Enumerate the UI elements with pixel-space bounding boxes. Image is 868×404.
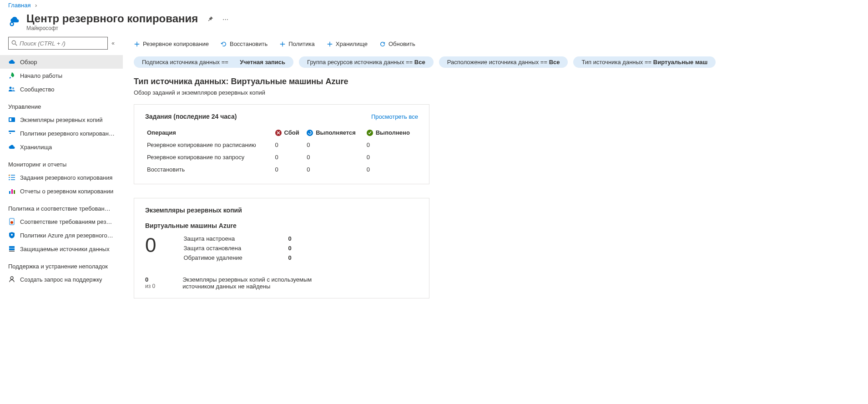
- sidebar-item-support-request[interactable]: Создать запрос на поддержку: [0, 273, 123, 286]
- svg-rect-17: [9, 246, 15, 248]
- policy-button[interactable]: Политика: [279, 40, 315, 47]
- sidebar-item-label: Политики Azure для резервного к…: [20, 232, 115, 239]
- instances-empty-message: Экземпляры резервных копий с используемы…: [182, 276, 328, 290]
- breadcrumb-home[interactable]: Главная: [8, 2, 30, 9]
- instances-card-subtitle: Виртуальные машины Azure: [145, 222, 418, 229]
- svg-point-20: [10, 277, 13, 279]
- filter-resource-group[interactable]: Группа ресурсов источника данных == Все: [299, 56, 434, 68]
- chevron-right-icon: ›: [35, 2, 37, 9]
- bar-chart-icon: [8, 187, 15, 195]
- people-icon: [8, 86, 15, 93]
- kv-row: Защита остановлена0: [183, 243, 291, 253]
- sidebar-section-policy: Политика и соответствие требован…: [0, 198, 123, 215]
- instances-found-count: 0 из 0: [145, 276, 155, 289]
- jobs-table: Операция Сбой Выполняется Выполнено Резе…: [145, 126, 418, 176]
- sidebar-item-backup-reports[interactable]: Отчеты о резервном копировании: [0, 184, 123, 198]
- sidebar-section-support: Поддержка и устранение неполадок: [0, 256, 123, 273]
- sidebar-section-monitoring: Мониторинг и отчеты: [0, 154, 123, 171]
- plus-icon: [134, 41, 140, 47]
- jobs-card: Задания (последние 24 часа) Просмотреть …: [134, 104, 429, 184]
- restore-button[interactable]: Восстановить: [221, 40, 267, 47]
- col-completed: Выполнено: [376, 129, 410, 136]
- svg-line-3: [15, 44, 17, 46]
- sidebar: « Обзор Начало работы Сообщество Управле…: [0, 37, 123, 330]
- undo-icon: [221, 41, 227, 47]
- cloud-icon: [8, 58, 15, 66]
- sidebar-item-label: Начало работы: [20, 72, 62, 79]
- sidebar-item-label: Отчеты о резервном копировании: [20, 188, 113, 195]
- more-icon[interactable]: ⋯: [222, 16, 228, 24]
- svg-point-15: [10, 221, 13, 224]
- svg-rect-9: [9, 132, 15, 136]
- table-row: Резервное копирование по запросу000: [145, 151, 418, 163]
- sidebar-item-label: Экземпляры резервных копий: [20, 116, 103, 123]
- vault-button[interactable]: Хранилище: [327, 40, 368, 47]
- failed-icon: [275, 130, 282, 136]
- view-all-jobs-link[interactable]: Просмотреть все: [371, 113, 418, 120]
- filter-location[interactable]: Расположение источника данных == Все: [439, 56, 568, 68]
- sidebar-item-label: Политики резервного копирования: [20, 130, 115, 137]
- shield-icon: [8, 218, 15, 225]
- filter-subscription[interactable]: Подписка источника данных == Учетная зап…: [134, 56, 293, 68]
- svg-point-2: [12, 40, 15, 44]
- sidebar-item-label: Хранилища: [20, 144, 52, 151]
- sidebar-item-protectable-datasources[interactable]: Защищаемые источники данных: [0, 242, 123, 256]
- instances-total: 0: [145, 234, 156, 257]
- sidebar-item-overview[interactable]: Обзор: [0, 55, 123, 69]
- jobs-card-title: Задания (последние 24 часа): [145, 113, 237, 120]
- support-icon: [8, 276, 15, 283]
- svg-point-1: [11, 23, 13, 25]
- calendar-icon: [8, 130, 15, 137]
- backup-center-icon: [8, 15, 21, 28]
- instances-card-title: Экземпляры резервных копий: [145, 207, 418, 214]
- sidebar-item-azure-policies[interactable]: Политики Azure для резервного к…: [0, 228, 123, 242]
- sidebar-item-backup-jobs[interactable]: Задания резервного копирования: [0, 171, 123, 184]
- main-content: Резервное копирование Восстановить Полит…: [123, 37, 868, 330]
- sidebar-item-label: Соответствие требованиям резер…: [20, 218, 115, 225]
- datasource-type-title: Тип источника данных: Виртуальные машины…: [134, 77, 857, 86]
- sidebar-item-label: Сообщество: [20, 86, 55, 93]
- breadcrumb: Главная ›: [0, 0, 868, 10]
- refresh-icon: [379, 41, 386, 47]
- svg-rect-11: [9, 191, 10, 194]
- svg-rect-10: [10, 133, 11, 134]
- sidebar-item-label: Задания резервного копирования: [20, 174, 112, 181]
- vault-icon: [8, 143, 15, 151]
- sidebar-item-vaults[interactable]: Хранилища: [0, 140, 123, 154]
- collapse-sidebar-icon[interactable]: «: [111, 40, 115, 46]
- col-failed: Сбой: [284, 129, 299, 136]
- policy-icon: [8, 232, 15, 239]
- completed-icon: [367, 130, 373, 136]
- sidebar-section-management: Управление: [0, 96, 123, 113]
- backup-button[interactable]: Резервное копирование: [134, 40, 209, 47]
- task-list-icon: [8, 174, 15, 181]
- sidebar-item-backup-instances[interactable]: Экземпляры резервных копий: [0, 113, 123, 126]
- search-input-container[interactable]: [8, 37, 108, 50]
- refresh-button[interactable]: Обновить: [379, 40, 415, 47]
- table-row: Восстановить000: [145, 163, 418, 176]
- kv-row: Защита настроена0: [183, 234, 291, 243]
- svg-point-5: [12, 87, 14, 89]
- plus-icon: [327, 41, 333, 47]
- sidebar-item-label: Обзор: [20, 59, 37, 66]
- table-row: Резервное копирование по расписанию000: [145, 139, 418, 151]
- sidebar-item-label: Защищаемые источники данных: [20, 246, 110, 252]
- sidebar-item-getting-started[interactable]: Начало работы: [0, 69, 123, 82]
- svg-point-4: [10, 87, 12, 89]
- sidebar-item-backup-policies[interactable]: Политики резервного копирования: [0, 126, 123, 140]
- kv-row: Обратимое удаление0: [183, 253, 291, 263]
- plus-icon: [279, 41, 286, 47]
- server-icon: [8, 245, 15, 252]
- svg-rect-12: [11, 189, 13, 194]
- instances-card: Экземпляры резервных копий Виртуальные м…: [134, 198, 429, 298]
- inprogress-icon: [307, 130, 313, 136]
- sidebar-item-community[interactable]: Сообщество: [0, 82, 123, 96]
- sidebar-item-label: Создать запрос на поддержку: [20, 276, 102, 283]
- sidebar-item-backup-compliance[interactable]: Соответствие требованиям резер…: [0, 215, 123, 228]
- filter-datasource-type[interactable]: Тип источника данных == Виртуальные маш: [573, 56, 716, 68]
- svg-rect-13: [14, 190, 15, 194]
- page-header: Центр резервного копирования Майкрософт …: [0, 10, 868, 37]
- search-input[interactable]: [20, 40, 105, 47]
- svg-rect-7: [10, 118, 11, 121]
- pin-icon[interactable]: [207, 16, 213, 24]
